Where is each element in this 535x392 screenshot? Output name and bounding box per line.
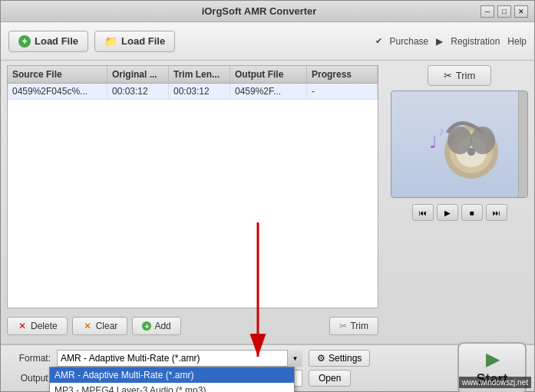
main-window: iOrgSoft AMR Converter ─ □ ✕ + Load File…: [0, 0, 535, 392]
arrow-icon: ▶: [436, 36, 443, 47]
table-header: Source File Original ... Trim Len... Out…: [8, 66, 378, 84]
format-label: Format:: [8, 353, 51, 364]
trim-btn-container: ✂ Trim: [391, 65, 528, 86]
cell-original: 00:03:12: [107, 84, 169, 99]
window-title: iOrgSoft AMR Converter: [38, 5, 481, 17]
preview-scrollbar[interactable]: [518, 91, 527, 197]
preview-area: ♩ ♪: [391, 91, 528, 198]
plus-circle-icon: +: [18, 35, 31, 48]
left-panel: Source File Original ... Trim Len... Out…: [1, 61, 385, 344]
bottom-panel: Format: ▼ ⚙ Settings AMR - Adaptive Mult…: [1, 344, 534, 391]
title-bar: iOrgSoft AMR Converter ─ □ ✕: [1, 1, 534, 22]
main-content: Source File Original ... Trim Len... Out…: [1, 61, 534, 344]
music-preview-svg: ♩ ♪: [414, 98, 506, 190]
format-row: Format: ▼ ⚙ Settings: [8, 350, 527, 367]
trim-action-button[interactable]: ✂ Trim: [329, 317, 378, 335]
close-button[interactable]: ✕: [514, 5, 528, 18]
start-icon: ▶: [486, 350, 499, 370]
load-file-1-button[interactable]: + Load File: [8, 31, 88, 52]
dropdown-item-1[interactable]: MP3 - MPEG4 Layer-3 Audio (*.mp3): [50, 383, 294, 392]
minimize-button[interactable]: ─: [481, 5, 494, 18]
rewind-button[interactable]: ⏮: [412, 204, 434, 221]
col-header-original: Original ...: [107, 66, 169, 83]
col-header-output: Output File: [230, 66, 307, 83]
trim-icon: ✂: [444, 70, 452, 81]
playback-controls: ⏮ ▶ ■ ⏭: [391, 204, 528, 221]
help-link[interactable]: Help: [507, 36, 527, 47]
col-header-trim: Trim Len...: [169, 66, 230, 83]
clear-button[interactable]: ✕ Clear: [72, 317, 128, 335]
title-controls: ─ □ ✕: [481, 5, 528, 18]
delete-button[interactable]: ✕ Delete: [7, 317, 68, 335]
output-label: Output:: [8, 373, 51, 384]
delete-icon: ✕: [17, 321, 28, 331]
cell-progress: -: [307, 84, 378, 99]
table-row[interactable]: 0459%2F045c%... 00:03:12 00:03:12 0459%2…: [8, 84, 378, 100]
clear-icon: ✕: [82, 321, 93, 331]
maximize-button[interactable]: □: [497, 5, 511, 18]
settings-button[interactable]: ⚙ Settings: [309, 350, 370, 367]
registration-link[interactable]: Registration: [451, 36, 500, 47]
purchase-link[interactable]: Purchase: [390, 36, 429, 47]
purchase-icon: ✔: [375, 36, 382, 47]
file-table: Source File Original ... Trim Len... Out…: [7, 65, 378, 308]
dropdown-item-0[interactable]: AMR - Adaptive Multi-Rate (*.amr): [50, 367, 294, 383]
svg-text:♪: ♪: [438, 124, 444, 137]
format-dropdown-list: AMR - Adaptive Multi-Rate (*.amr) MP3 - …: [49, 367, 295, 392]
trim-scissors-icon: ✂: [339, 321, 347, 331]
right-panel: ✂ Trim ♩ ♪: [385, 61, 534, 344]
cell-output: 0459%2F...: [230, 84, 307, 99]
toolbar: + Load File 📁 Load File ✔ Purchase ▶ Reg…: [1, 22, 534, 61]
col-header-progress: Progress: [307, 66, 378, 83]
format-select-wrapper: ▼: [57, 350, 302, 367]
toolbar-right: ✔ Purchase ▶ Registration Help: [375, 36, 527, 47]
add-plus-icon: +: [142, 321, 151, 331]
gear-icon: ⚙: [317, 353, 325, 364]
play-button[interactable]: ▶: [437, 204, 458, 221]
watermark: www.windowszj.net: [459, 377, 531, 388]
load-file-2-button[interactable]: 📁 Load File: [94, 31, 175, 52]
trim-button[interactable]: ✂ Trim: [428, 65, 492, 86]
format-input[interactable]: [57, 350, 302, 367]
svg-text:♩: ♩: [429, 133, 437, 152]
stop-button[interactable]: ■: [461, 204, 483, 221]
col-header-source: Source File: [8, 66, 107, 83]
add-button[interactable]: + Add: [132, 317, 180, 335]
action-bar: ✕ Delete ✕ Clear + Add ✂ Trim: [7, 313, 378, 339]
folder-icon: 📁: [104, 35, 117, 48]
forward-button[interactable]: ⏭: [486, 204, 507, 221]
cell-source: 0459%2F045c%...: [8, 84, 107, 99]
open-button[interactable]: Open: [309, 370, 351, 387]
cell-trim: 00:03:12: [169, 84, 230, 99]
table-body: 0459%2F045c%... 00:03:12 00:03:12 0459%2…: [8, 84, 378, 305]
